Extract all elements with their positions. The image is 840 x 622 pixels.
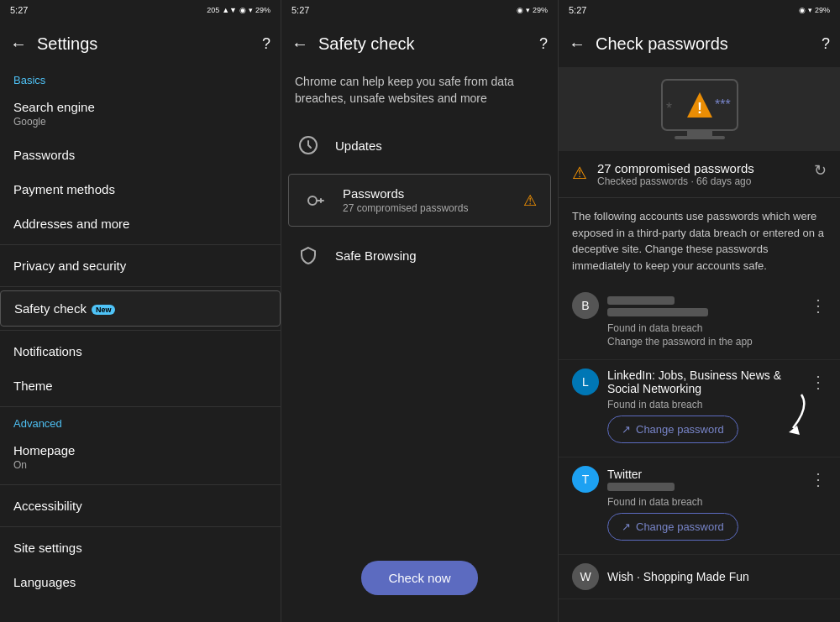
account-name-redacted-b2 bbox=[607, 308, 708, 316]
status-icons-1: 205 ▲▼ ◉ ▾ 29% bbox=[207, 6, 270, 14]
account-name-block-b bbox=[607, 295, 801, 316]
sidebar-item-safety-check[interactable]: Safety checkNew bbox=[0, 290, 281, 327]
more-options-b[interactable]: ⋮ bbox=[810, 295, 827, 316]
settings-list: Basics Search engine Google Passwords Pa… bbox=[0, 67, 281, 622]
compromised-count-title: 27 compromised passwords bbox=[597, 161, 804, 175]
site-settings-title: Site settings bbox=[13, 541, 267, 555]
passwords-check-subtitle: 27 compromised passwords bbox=[343, 202, 510, 214]
account-tag-twitter: Found in data breach bbox=[607, 496, 827, 508]
account-name-redacted-b bbox=[607, 296, 675, 305]
check-item-safe-browsing[interactable]: Safe Browsing bbox=[281, 230, 558, 280]
sidebar-item-site-settings[interactable]: Site settings bbox=[0, 531, 281, 565]
check-item-passwords[interactable]: Passwords 27 compromised passwords ⚠ bbox=[288, 174, 551, 227]
passwords-check-text: Passwords 27 compromised passwords bbox=[343, 186, 510, 214]
account-row-twitter: T Twitter ⋮ bbox=[572, 466, 827, 493]
arrow-annotation bbox=[751, 390, 818, 441]
basics-label: Basics bbox=[0, 67, 281, 90]
status-time-2: 5:27 bbox=[291, 5, 309, 15]
avatar-b: B bbox=[572, 292, 599, 319]
check-now-container: Check now bbox=[281, 547, 558, 622]
compromised-warning-text: 27 compromised passwords Checked passwor… bbox=[597, 161, 804, 187]
back-button-3[interactable]: ← bbox=[569, 34, 585, 54]
svg-point-1 bbox=[308, 196, 317, 205]
status-time-1: 5:27 bbox=[10, 5, 28, 15]
account-item-b: B ⋮ Found in data breach Change the pass… bbox=[559, 284, 840, 360]
refresh-icon[interactable]: ↻ bbox=[814, 161, 827, 180]
svg-text:!: ! bbox=[697, 100, 702, 117]
change-password-label-twitter: Change password bbox=[636, 520, 724, 533]
sidebar-item-notifications[interactable]: Notifications bbox=[0, 334, 281, 368]
safe-browsing-text: Safe Browsing bbox=[335, 248, 544, 263]
more-options-twitter[interactable]: ⋮ bbox=[810, 469, 827, 489]
account-row-wish: W Wish · Shopping Made Fun bbox=[572, 563, 827, 590]
safety-check-toolbar: ← Safety check ? bbox=[281, 20, 558, 67]
account-name-wish: Wish · Shopping Made Fun bbox=[607, 570, 827, 583]
passwords-check-title: Passwords bbox=[343, 186, 510, 201]
svg-rect-3 bbox=[687, 130, 712, 137]
updates-title: Updates bbox=[335, 139, 544, 153]
divider-2 bbox=[0, 286, 281, 287]
sidebar-item-payment-methods[interactable]: Payment methods bbox=[0, 172, 281, 206]
back-button[interactable]: ← bbox=[10, 34, 27, 54]
safety-check-description: Chrome can help keep you safe from data … bbox=[281, 67, 558, 120]
compromised-checked-subtitle: Checked passwords · 66 days ago bbox=[597, 175, 804, 187]
password-hero-image: ! *** * bbox=[559, 67, 840, 151]
status-bar-1: 5:27 205 ▲▼ ◉ ▾ 29% bbox=[0, 0, 281, 20]
divider-5 bbox=[0, 484, 281, 485]
external-link-icon-twitter: ↗ bbox=[622, 520, 631, 533]
sidebar-item-passwords[interactable]: Passwords bbox=[0, 138, 281, 172]
notifications-title: Notifications bbox=[13, 344, 267, 358]
status-bar-3: 5:27 ◉ ▾ 29% bbox=[559, 0, 840, 20]
warning-icon-passwords: ⚠ bbox=[523, 191, 537, 210]
breach-description: The following accounts use passwords whi… bbox=[559, 198, 840, 284]
back-button-2[interactable]: ← bbox=[291, 34, 308, 54]
avatar-wish: W bbox=[572, 563, 599, 590]
clock-icon bbox=[295, 132, 322, 159]
warning-triangle-icon: ⚠ bbox=[572, 163, 587, 183]
divider-4 bbox=[0, 406, 281, 407]
status-time-3: 5:27 bbox=[569, 5, 586, 15]
sidebar-item-privacy[interactable]: Privacy and security bbox=[0, 248, 281, 283]
account-item-linkedin: L LinkedIn: Jobs, Business News &Social … bbox=[559, 360, 840, 457]
sidebar-item-search-engine[interactable]: Search engine Google bbox=[0, 90, 281, 138]
key-icon bbox=[302, 187, 329, 214]
account-row-b: B ⋮ bbox=[572, 292, 827, 319]
check-now-button[interactable]: Check now bbox=[361, 561, 477, 595]
status-bar-2: 5:27 ◉ ▾ 29% bbox=[281, 0, 558, 20]
check-passwords-panel: 5:27 ◉ ▾ 29% ← Check passwords ? ! *** *… bbox=[559, 0, 840, 622]
change-password-linkedin-button[interactable]: ↗ Change password bbox=[607, 416, 738, 443]
wish-name: Wish · Shopping Made Fun bbox=[607, 570, 827, 583]
safety-check-panel: 5:27 ◉ ▾ 29% ← Safety check ? Chrome can… bbox=[281, 0, 559, 622]
settings-panel: 5:27 205 ▲▼ ◉ ▾ 29% ← Settings ? Basics … bbox=[0, 0, 281, 622]
compromised-warning-row: ⚠ 27 compromised passwords Checked passw… bbox=[559, 151, 840, 198]
divider-6 bbox=[0, 526, 281, 527]
sidebar-item-homepage[interactable]: Homepage On bbox=[0, 433, 281, 481]
svg-rect-4 bbox=[675, 136, 725, 139]
updates-text: Updates bbox=[335, 139, 544, 153]
sidebar-item-theme[interactable]: Theme bbox=[0, 368, 281, 403]
addresses-title: Addresses and more bbox=[13, 217, 267, 231]
theme-title: Theme bbox=[13, 379, 267, 393]
settings-toolbar: ← Settings ? bbox=[0, 20, 281, 67]
avatar-linkedin: L bbox=[572, 368, 599, 395]
change-password-twitter-button[interactable]: ↗ Change password bbox=[607, 513, 738, 541]
help-icon-3[interactable]: ? bbox=[822, 35, 830, 53]
account-name-block-twitter: Twitter bbox=[607, 468, 801, 491]
page-title-settings: Settings bbox=[37, 34, 252, 54]
new-badge: New bbox=[92, 305, 116, 315]
sidebar-item-addresses[interactable]: Addresses and more bbox=[0, 206, 281, 241]
sidebar-item-accessibility[interactable]: Accessibility bbox=[0, 489, 281, 523]
advanced-label: Advanced bbox=[0, 410, 281, 433]
divider-1 bbox=[0, 244, 281, 245]
more-options-linkedin[interactable]: ⋮ bbox=[810, 372, 827, 392]
sidebar-item-languages[interactable]: Languages bbox=[0, 565, 281, 599]
help-icon-1[interactable]: ? bbox=[262, 35, 270, 53]
page-title-safety-check: Safety check bbox=[318, 34, 529, 54]
twitter-name-redacted bbox=[607, 483, 675, 491]
help-icon-2[interactable]: ? bbox=[539, 35, 548, 53]
check-item-updates[interactable]: Updates bbox=[281, 120, 558, 170]
avatar-twitter: T bbox=[572, 466, 599, 493]
check-passwords-toolbar: ← Check passwords ? bbox=[559, 20, 840, 67]
safety-check-title: Safety checkNew bbox=[14, 301, 266, 316]
homepage-title: Homepage bbox=[13, 443, 267, 457]
